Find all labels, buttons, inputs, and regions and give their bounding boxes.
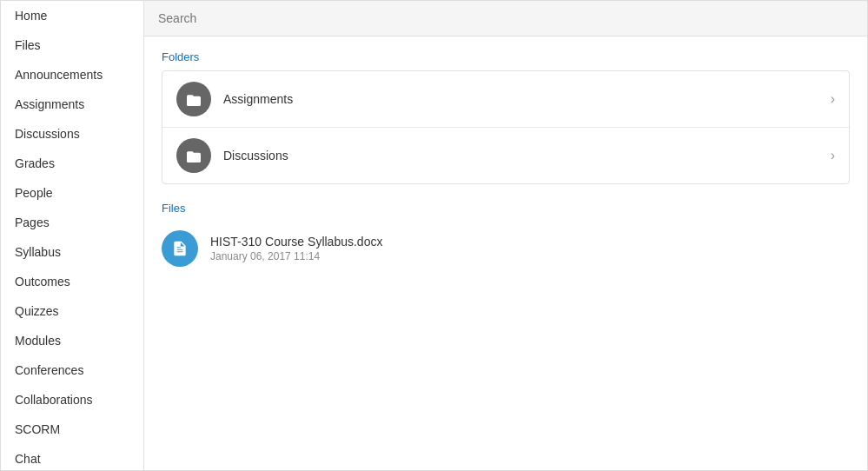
content-area: Folders Assignments›Discussions› Files H… bbox=[144, 36, 867, 289]
sidebar-item-home[interactable]: Home bbox=[1, 1, 143, 30]
file-icon bbox=[162, 230, 198, 267]
sidebar-item-people[interactable]: People bbox=[1, 178, 143, 208]
folder-item-discussions-folder[interactable]: Discussions› bbox=[162, 128, 849, 183]
file-date: January 06, 2017 11:14 bbox=[210, 250, 382, 262]
sidebar-item-discussions[interactable]: Discussions bbox=[1, 119, 143, 149]
sidebar-item-pages[interactable]: Pages bbox=[1, 208, 143, 237]
sidebar-item-scorm[interactable]: SCORM bbox=[1, 415, 143, 444]
sidebar-item-grades[interactable]: Grades bbox=[1, 149, 143, 178]
folder-icon bbox=[176, 82, 211, 116]
main-content: Folders Assignments›Discussions› Files H… bbox=[144, 1, 867, 470]
folder-icon bbox=[176, 138, 211, 173]
sidebar-item-chat[interactable]: Chat bbox=[1, 444, 143, 470]
folder-name: Discussions bbox=[223, 149, 831, 163]
sidebar-item-outcomes[interactable]: Outcomes bbox=[1, 267, 143, 296]
sidebar-item-quizzes[interactable]: Quizzes bbox=[1, 296, 143, 326]
folder-item-assignments-folder[interactable]: Assignments› bbox=[162, 71, 849, 128]
file-item-syllabus-file[interactable]: HIST-310 Course Syllabus.docxJanuary 06,… bbox=[162, 222, 850, 275]
folders-section-label: Folders bbox=[162, 50, 850, 63]
sidebar-item-conferences[interactable]: Conferences bbox=[1, 355, 143, 385]
sidebar-item-collaborations[interactable]: Collaborations bbox=[1, 385, 143, 415]
sidebar-item-announcements[interactable]: Announcements bbox=[1, 60, 143, 90]
sidebar-item-syllabus[interactable]: Syllabus bbox=[1, 237, 143, 267]
search-bar bbox=[144, 1, 867, 36]
file-list: HIST-310 Course Syllabus.docxJanuary 06,… bbox=[162, 222, 850, 275]
file-name: HIST-310 Course Syllabus.docx bbox=[210, 235, 382, 249]
folder-name: Assignments bbox=[223, 92, 831, 106]
app-container: HomeFilesAnnouncementsAssignmentsDiscuss… bbox=[0, 0, 868, 471]
sidebar-item-assignments[interactable]: Assignments bbox=[1, 90, 143, 119]
folder-list: Assignments›Discussions› bbox=[162, 70, 850, 184]
chevron-right-icon: › bbox=[831, 148, 835, 163]
sidebar-item-modules[interactable]: Modules bbox=[1, 326, 143, 355]
sidebar-item-files[interactable]: Files bbox=[1, 30, 143, 60]
file-info: HIST-310 Course Syllabus.docxJanuary 06,… bbox=[210, 235, 382, 262]
files-section-label: Files bbox=[162, 202, 850, 215]
search-input[interactable] bbox=[158, 11, 853, 25]
chevron-right-icon: › bbox=[831, 91, 835, 107]
sidebar: HomeFilesAnnouncementsAssignmentsDiscuss… bbox=[1, 1, 144, 470]
